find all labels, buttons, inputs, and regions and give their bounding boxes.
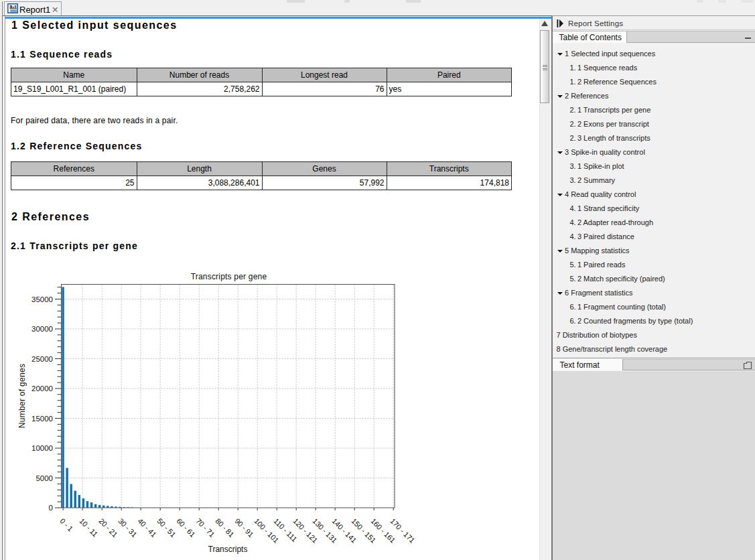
svg-text:80 - 81: 80 - 81 xyxy=(214,516,236,539)
svg-text:90 - 91: 90 - 91 xyxy=(233,516,255,539)
svg-text:20 - 21: 20 - 21 xyxy=(97,516,119,539)
svg-text:Number of genes: Number of genes xyxy=(17,364,27,429)
svg-text:0: 0 xyxy=(49,504,53,512)
svg-text:0 - 1: 0 - 1 xyxy=(58,516,74,533)
svg-text:10000: 10000 xyxy=(31,444,53,452)
svg-text:60 - 61: 60 - 61 xyxy=(175,516,197,539)
svg-text:20000: 20000 xyxy=(31,384,53,393)
svg-text:30 - 31: 30 - 31 xyxy=(117,516,139,539)
svg-text:25000: 25000 xyxy=(31,355,53,363)
svg-text:Transcripts: Transcripts xyxy=(208,545,248,554)
svg-text:5000: 5000 xyxy=(36,474,53,482)
svg-text:15000: 15000 xyxy=(31,415,53,423)
svg-text:40 - 41: 40 - 41 xyxy=(136,516,158,539)
svg-text:70 - 71: 70 - 71 xyxy=(194,516,216,539)
svg-text:Transcripts per gene: Transcripts per gene xyxy=(191,272,267,281)
svg-text:35000: 35000 xyxy=(31,295,53,303)
svg-text:50 - 51: 50 - 51 xyxy=(155,516,178,539)
svg-text:10 - 11: 10 - 11 xyxy=(78,516,99,538)
svg-text:30000: 30000 xyxy=(31,325,53,333)
